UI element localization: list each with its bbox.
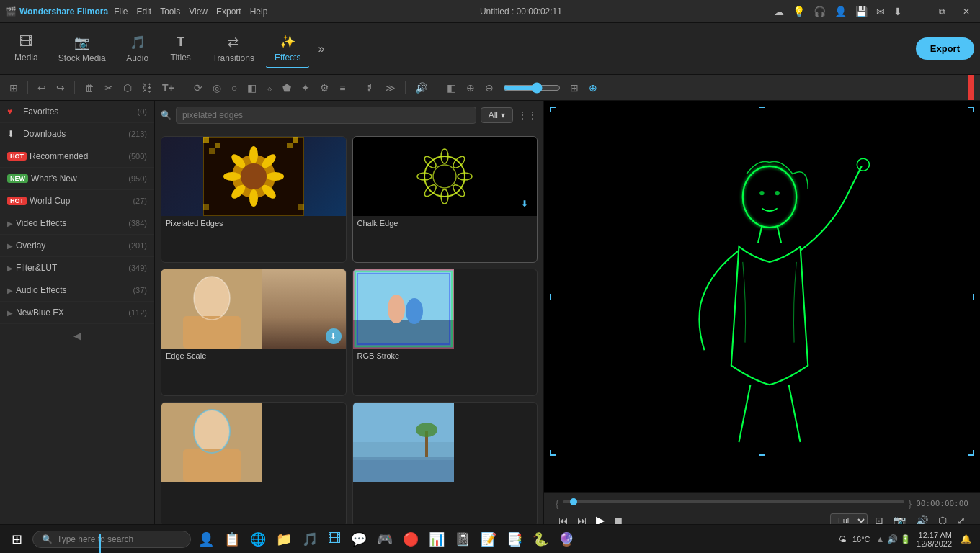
- maximize-button[interactable]: ⧉: [935, 5, 950, 18]
- sidebar-item-filter-lut[interactable]: ▶ Filter&LUT (349): [0, 257, 154, 279]
- taskbar-app-chat[interactable]: 💬: [348, 529, 370, 550]
- download-badge[interactable]: ⬇: [517, 196, 533, 212]
- effect-button[interactable]: ✦: [298, 81, 313, 95]
- cloud-icon[interactable]: ☁: [774, 6, 784, 17]
- taskbar-app-word[interactable]: 📝: [478, 529, 499, 550]
- sidebar-item-overlay[interactable]: ▶ Overlay (201): [0, 235, 154, 257]
- tab-titles-label: Titles: [171, 53, 191, 63]
- color-button[interactable]: ◧: [244, 81, 260, 95]
- taskbar-app-edge[interactable]: 🌐: [247, 529, 269, 550]
- redo-button[interactable]: ↪: [53, 81, 68, 95]
- taskbar-weather-icon: 🌤: [839, 535, 847, 544]
- taskbar-app-filmora[interactable]: 🎞: [325, 529, 344, 549]
- effects-search-input[interactable]: [176, 107, 476, 124]
- text-button[interactable]: T+: [159, 81, 178, 95]
- sidebar-item-audio-effects[interactable]: ▶ Audio Effects (37): [0, 279, 154, 302]
- tab-transitions[interactable]: ⇄ Transitions: [204, 30, 263, 68]
- sidebar-item-video-effects[interactable]: ▶ Video Effects (384): [0, 212, 154, 235]
- delete-button[interactable]: 🗑: [81, 81, 98, 95]
- close-button[interactable]: ✕: [958, 5, 974, 18]
- save-icon[interactable]: 💾: [855, 6, 868, 17]
- menu-help[interactable]: Help: [250, 6, 268, 17]
- minimize-button[interactable]: ─: [911, 5, 926, 18]
- taskbar-app-widgets[interactable]: 👤: [195, 529, 217, 550]
- tab-effects[interactable]: ✨ Effects: [266, 30, 309, 68]
- tab-titles[interactable]: T Titles: [161, 30, 201, 67]
- tab-audio[interactable]: 🎵 Audio: [117, 30, 158, 68]
- scrubber-knob[interactable]: [570, 498, 577, 505]
- taskbar-search-input[interactable]: [57, 534, 182, 544]
- mail-icon[interactable]: ✉: [876, 6, 885, 17]
- taskbar-app-2[interactable]: 🔴: [400, 529, 422, 550]
- taskbar-app-1[interactable]: 🎮: [374, 529, 396, 550]
- crop-button[interactable]: ⬡: [120, 81, 135, 95]
- menu-export[interactable]: Export: [216, 6, 241, 17]
- fit-button[interactable]: ⊞: [566, 81, 582, 95]
- taskbar-app-media[interactable]: 🎵: [299, 529, 321, 550]
- taskbar-app-store[interactable]: 📋: [221, 529, 243, 550]
- sidebar-item-favorites[interactable]: ♥ Favorites (0): [0, 101, 154, 123]
- grid-options-button[interactable]: ⋮⋮: [517, 109, 538, 121]
- edit-toolbar: ⊞ ↩ ↪ 🗑 ✂ ⬡ ⛓ T+ ⟳ ◎ ○ ◧ ⬦ ⬟ ✦ ⚙ ≡ 🎙 ≫ 🔊…: [0, 75, 980, 101]
- download-icon[interactable]: ⬇: [894, 6, 902, 17]
- notification-button[interactable]: 🔔: [958, 531, 974, 547]
- zoom-slider[interactable]: [503, 82, 561, 94]
- menu-file[interactable]: File: [114, 6, 128, 17]
- sidebar-item-downloads[interactable]: ⬇ Downloads (213): [0, 123, 154, 145]
- tab-stock-media[interactable]: 📷 Stock Media: [50, 30, 115, 68]
- taskbar-search[interactable]: 🔍: [32, 531, 191, 548]
- audio-mix-button[interactable]: 🔊: [411, 81, 431, 95]
- taskbar-app-excel[interactable]: 📊: [426, 529, 447, 550]
- sidebar-item-recommended[interactable]: HOT Recommended (500): [0, 145, 154, 168]
- account-icon[interactable]: 👤: [834, 6, 847, 17]
- effect-card-5[interactable]: [161, 402, 347, 527]
- stabilize-button[interactable]: ○: [228, 81, 241, 95]
- more-tabs-button[interactable]: »: [312, 40, 330, 58]
- tab-media[interactable]: 🎞 Media: [6, 30, 47, 67]
- effect-card-chalk-edge[interactable]: ⬇ Chalk Edge: [352, 136, 538, 263]
- zoom-out-button[interactable]: ⊖: [481, 81, 497, 95]
- sidebar: ♥ Favorites (0) ⬇ Downloads (213) HOT Re…: [0, 101, 155, 533]
- rotate-button[interactable]: ⟳: [190, 81, 206, 95]
- export-button[interactable]: Export: [916, 37, 974, 60]
- taskbar-app-powerpoint[interactable]: 📑: [504, 529, 525, 550]
- taskbar-app-python[interactable]: 🐍: [530, 529, 551, 550]
- add-track-button[interactable]: ⊕: [585, 81, 601, 95]
- effect-card-pixelated-edges[interactable]: Pixelated Edges: [161, 136, 347, 263]
- taskbar-app-onenote[interactable]: 📓: [452, 529, 473, 550]
- speed-button[interactable]: ◎: [209, 81, 225, 95]
- sidebar-item-whats-new[interactable]: NEW What's New (950): [0, 168, 154, 190]
- titlebar-controls: ☁ 💡 🎧 👤 💾 ✉ ⬇ ─ ⧉ ✕: [774, 5, 974, 18]
- layout-button[interactable]: ⊞: [6, 81, 22, 95]
- link-button[interactable]: ⛓: [138, 81, 156, 95]
- menu-edit[interactable]: Edit: [136, 6, 151, 17]
- undo-button[interactable]: ↩: [34, 81, 50, 95]
- effect-card-6[interactable]: [352, 402, 538, 527]
- split-screen-button[interactable]: ◧: [443, 81, 460, 95]
- sidebar-item-world-cup[interactable]: HOT World Cup (27): [0, 190, 154, 212]
- record-button[interactable]: 🎙: [361, 81, 378, 95]
- menu-button[interactable]: ≡: [336, 81, 349, 95]
- idea-icon[interactable]: 💡: [793, 6, 805, 17]
- download-badge-2[interactable]: ⬇: [326, 328, 342, 344]
- settings-button[interactable]: ⚙: [316, 81, 333, 95]
- all-filter-button[interactable]: All ▾: [481, 107, 513, 123]
- effect-card-rgb-stroke[interactable]: RGB Stroke: [352, 269, 538, 395]
- cut-button[interactable]: ✂: [101, 81, 117, 95]
- sidebar-collapse[interactable]: ◀: [0, 324, 154, 347]
- taskbar-clock[interactable]: 12:17 AM 12/8/2022: [917, 531, 952, 548]
- start-button[interactable]: ⊞: [6, 529, 28, 550]
- zoom-in-button[interactable]: ⊕: [463, 81, 478, 95]
- timeline-scrubber[interactable]: [563, 500, 904, 503]
- sidebar-item-newblue-fx[interactable]: ▶ NewBlue FX (112): [0, 302, 154, 324]
- playhead[interactable]: [99, 534, 101, 553]
- menu-tools[interactable]: Tools: [160, 6, 180, 17]
- mask-button[interactable]: ⬦: [263, 81, 276, 95]
- menu-view[interactable]: View: [189, 6, 208, 17]
- taskbar-app-special[interactable]: 🔮: [556, 529, 577, 550]
- more-button[interactable]: ≫: [381, 81, 399, 95]
- headphone-icon[interactable]: 🎧: [814, 6, 826, 17]
- effect-card-edge-scale[interactable]: ⬇ Edge Scale: [161, 269, 347, 395]
- transform-button[interactable]: ⬟: [279, 81, 295, 95]
- taskbar-app-explorer[interactable]: 📁: [273, 529, 295, 550]
